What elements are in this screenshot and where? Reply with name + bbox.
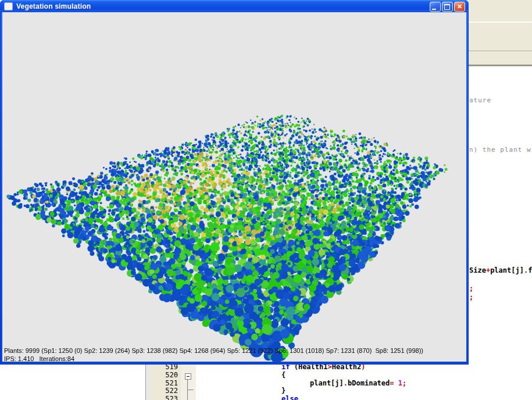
close-button[interactable]: ✕ <box>454 2 465 12</box>
code-token <box>394 379 398 387</box>
window-title: Vegetation simulation <box>16 2 91 10</box>
code-token: plant[j] <box>490 266 524 274</box>
code-token: (Health1 <box>290 365 327 371</box>
close-icon: ✕ <box>455 2 465 11</box>
simulation-viewport: Plants: 9999 (Sp1: 1250 (0) Sp2: 1239 (2… <box>2 12 466 362</box>
code-token: = <box>390 379 394 387</box>
fold-tick <box>187 390 194 390</box>
code-line: } <box>281 387 285 395</box>
code-token: ; <box>469 284 473 292</box>
code-token: . <box>344 379 348 387</box>
background-code-line: ; <box>469 284 473 292</box>
simulation-canvas <box>2 12 466 362</box>
line-number: 521 <box>150 379 178 387</box>
code-token: plant[j] <box>310 379 344 387</box>
code-token: Health2 <box>332 365 362 371</box>
code-token: > <box>327 365 331 371</box>
background-code-line: ; <box>469 293 473 301</box>
background-code-line: Size+plant[j].f <box>469 266 532 274</box>
background-code-comment: ature <box>469 97 491 104</box>
window-titlebar[interactable]: Vegetation simulation ✕ <box>0 0 469 12</box>
code-token: if <box>281 365 290 371</box>
code-token: } <box>281 387 285 395</box>
maximize-button[interactable] <box>442 2 453 12</box>
line-number: 520 <box>150 371 178 379</box>
vegetation-simulation-window: Vegetation simulation ✕ Plants: 9999 (Sp… <box>0 0 469 365</box>
code-token: f <box>528 266 532 274</box>
code-token: Size <box>469 266 486 274</box>
code-token: bDominated <box>348 379 390 387</box>
minimize-button[interactable] <box>430 2 441 12</box>
code-token: else <box>281 395 298 400</box>
bottom-code-editor: 519520521522523 if (Health1>Health2){pla… <box>0 365 532 400</box>
fold-toggle[interactable] <box>185 373 191 380</box>
code-token: 1 <box>398 379 402 387</box>
code-line: plant[j].bDominated= 1; <box>310 379 406 387</box>
code-token: ature <box>469 97 491 104</box>
line-number: 522 <box>150 387 178 395</box>
minimize-icon <box>432 9 436 10</box>
code-line: if (Health1>Health2) <box>281 365 366 371</box>
window-icon[interactable] <box>4 2 13 10</box>
editor-fold-margin <box>181 365 196 400</box>
performance-status-text: IPS: 1.410 Iterations:84 <box>4 355 74 362</box>
fold-line <box>187 377 188 400</box>
background-code-comment: n) the plant wi <box>469 146 532 153</box>
code-token: ; <box>469 293 473 301</box>
code-line: { <box>281 371 285 379</box>
right-editor-pane: aturen) the plant wiSize+plant[j].f;; <box>469 0 532 400</box>
code-token: ; <box>402 379 406 387</box>
code-token: { <box>281 371 285 379</box>
line-number: 519 <box>150 365 178 371</box>
line-number: 523 <box>150 395 178 400</box>
code-token: n) the plant wi <box>469 146 532 153</box>
code-line: else <box>281 395 298 400</box>
plants-status-text: Plants: 9999 (Sp1: 1250 (0) Sp2: 1239 (2… <box>4 347 423 354</box>
code-token: ) <box>361 365 365 371</box>
maximize-icon <box>444 4 450 10</box>
